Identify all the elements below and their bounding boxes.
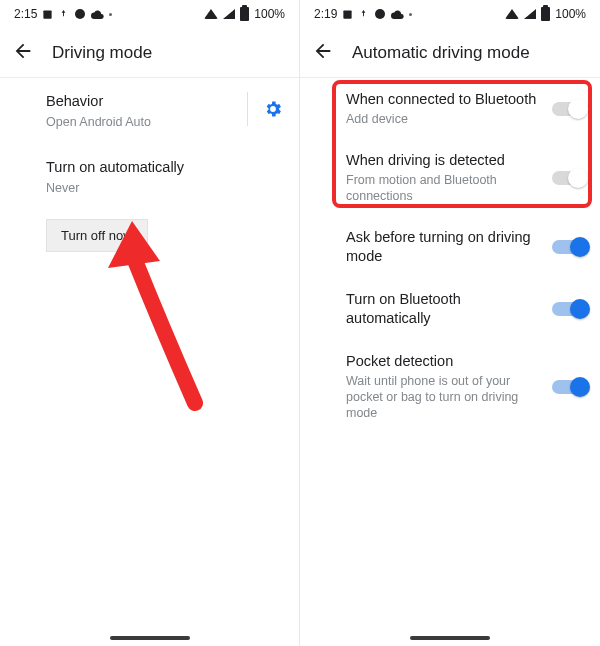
back-icon[interactable]: [12, 40, 34, 66]
svg-rect-3: [344, 10, 352, 18]
cloud-icon: [91, 9, 104, 19]
whatsapp-icon: [74, 8, 86, 20]
behavior-subtitle: Open Android Auto: [46, 114, 247, 131]
row-pocket[interactable]: Pocket detection Wait until phone is out…: [300, 340, 600, 434]
row-title: Ask before turning on driving mode: [346, 228, 544, 266]
toggle-bluetooth[interactable]: [552, 102, 586, 116]
page-title: Driving mode: [52, 43, 152, 63]
battery-text: 100%: [254, 7, 285, 21]
wifi-icon: [505, 9, 519, 19]
row-subtitle: Wait until phone is out of your pocket o…: [346, 373, 544, 422]
cloud-icon: [391, 9, 404, 19]
row-title: When driving is detected: [346, 151, 544, 170]
gear-icon[interactable]: [247, 92, 287, 126]
toggle-ask-before[interactable]: [552, 240, 586, 254]
turn-off-button[interactable]: Turn off now: [46, 219, 148, 252]
signal-icon: [223, 9, 235, 19]
row-driving-detected[interactable]: When driving is detected From motion and…: [300, 139, 600, 216]
row-turn-on-auto[interactable]: Turn on automatically Never: [0, 144, 299, 210]
nav-pill[interactable]: [410, 636, 490, 640]
svg-rect-0: [44, 10, 52, 18]
app-header: Driving mode: [0, 28, 299, 78]
nav-pill[interactable]: [110, 636, 190, 640]
phone-left: 2:15 100% Driving mode: [0, 0, 300, 646]
behavior-title: Behavior: [46, 92, 247, 112]
wifi-icon: [204, 9, 218, 19]
toggle-pocket[interactable]: [552, 380, 586, 394]
auto-subtitle: Never: [46, 180, 283, 197]
phone-right: 2:19 100% Automatic driving mode: [300, 0, 600, 646]
page-title: Automatic driving mode: [352, 43, 530, 63]
toggle-bt-auto[interactable]: [552, 302, 586, 316]
signal-icon: [524, 9, 536, 19]
row-subtitle: Add device: [346, 111, 544, 127]
app-header: Automatic driving mode: [300, 28, 600, 78]
content-area: When connected to Bluetooth Add device W…: [300, 78, 600, 646]
back-icon[interactable]: [312, 40, 334, 66]
battery-icon: [240, 7, 249, 21]
status-bar: 2:19 100%: [300, 0, 600, 28]
row-bt-auto[interactable]: Turn on Bluetooth automatically: [300, 278, 600, 340]
status-bar: 2:15 100%: [0, 0, 299, 28]
row-behavior[interactable]: Behavior Open Android Auto: [0, 78, 299, 144]
more-icon: [109, 13, 112, 16]
row-bluetooth[interactable]: When connected to Bluetooth Add device: [300, 78, 600, 139]
row-title: Turn on Bluetooth automatically: [346, 290, 544, 328]
battery-text: 100%: [555, 7, 586, 21]
row-subtitle: From motion and Bluetooth connections: [346, 172, 544, 205]
row-title: Pocket detection: [346, 352, 544, 371]
row-title: When connected to Bluetooth: [346, 90, 544, 109]
row-ask-before[interactable]: Ask before turning on driving mode: [300, 216, 600, 278]
status-time: 2:19: [314, 7, 337, 21]
status-time: 2:15: [14, 7, 37, 21]
toggle-driving-detected[interactable]: [552, 171, 586, 185]
whatsapp-icon: [374, 8, 386, 20]
notif-icon: [342, 9, 353, 20]
content-area: Behavior Open Android Auto Turn on autom…: [0, 78, 299, 646]
auto-title: Turn on automatically: [46, 158, 283, 178]
more-icon: [409, 13, 412, 16]
battery-icon: [541, 7, 550, 21]
share-icon: [58, 9, 69, 20]
share-icon: [358, 9, 369, 20]
notif-icon: [42, 9, 53, 20]
svg-point-1: [75, 9, 85, 19]
svg-point-4: [375, 9, 385, 19]
